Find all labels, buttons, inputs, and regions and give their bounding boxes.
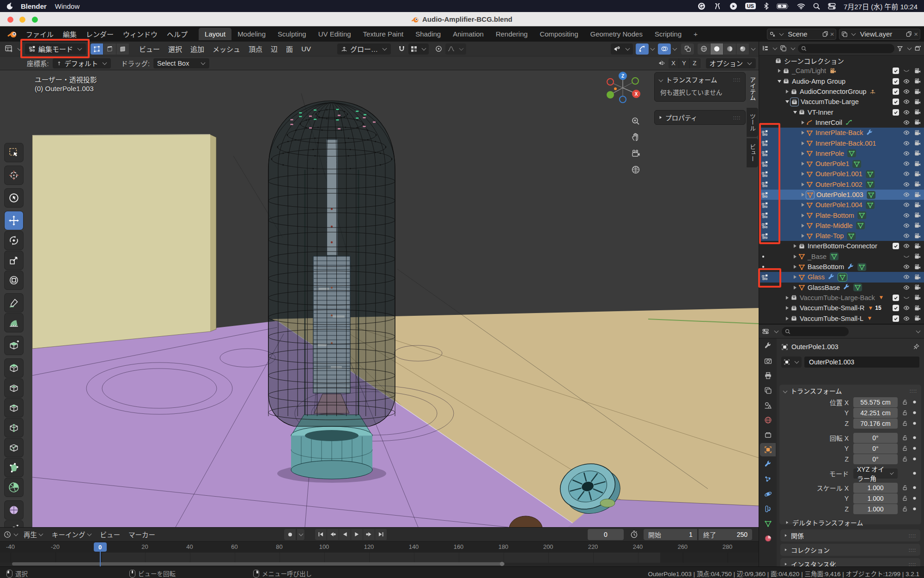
hide-eye-icon[interactable] [903, 202, 910, 208]
n-panel-tab-ビュー[interactable]: ビュー [747, 138, 758, 167]
editor-type-button[interactable] [3, 43, 16, 55]
outliner-row-VaccumTube-Small-L[interactable]: VaccumTube-Small-L [759, 313, 924, 323]
timeline-menu-0[interactable]: 再生 [19, 529, 48, 539]
face-select-button[interactable] [116, 43, 129, 55]
timeline-menu-1[interactable]: キーイング [48, 529, 96, 539]
hide-eye-icon[interactable] [903, 191, 910, 198]
tool-select-box[interactable] [5, 143, 23, 162]
workspace-tab-geometry-nodes[interactable]: Geometry Nodes [584, 28, 649, 40]
input-source-indicator[interactable]: US [745, 3, 756, 9]
transform-value-field[interactable]: 55.575 cm [853, 397, 898, 407]
hide-eye-icon[interactable] [903, 181, 910, 188]
hide-eye-icon[interactable] [903, 109, 910, 116]
play-button[interactable] [351, 529, 363, 540]
viewport-menu-6[interactable]: 面 [282, 44, 297, 54]
animate-dot[interactable] [912, 421, 917, 425]
workspace-tab-shading[interactable]: Shading [409, 28, 447, 40]
n-panel-tab-アイテム[interactable]: アイテム [747, 71, 758, 106]
timeline-track[interactable] [0, 553, 759, 563]
disable-render-camera-icon[interactable] [914, 88, 921, 95]
workspace-tab-sculpting[interactable]: Sculpting [272, 28, 312, 40]
disable-render-camera-icon[interactable] [914, 243, 921, 250]
disable-render-camera-icon[interactable] [914, 171, 921, 178]
expand-arrow[interactable] [784, 100, 790, 103]
auto-key-button[interactable] [284, 529, 296, 540]
options-dropdown[interactable]: オプション [706, 58, 756, 68]
hidden-eye-icon[interactable] [903, 295, 910, 301]
hide-eye-icon[interactable] [903, 284, 910, 291]
tool-scale[interactable] [5, 251, 23, 270]
object-name-field[interactable]: OuterPole1.003 [804, 357, 919, 368]
copy-scene-icon[interactable] [822, 31, 828, 37]
outliner-editor-icon[interactable] [762, 45, 769, 52]
outliner-row-VaccumTube-Large[interactable]: VaccumTube-Large [759, 97, 924, 107]
expand-arrow[interactable] [784, 317, 790, 320]
timeline-scrollbar[interactable] [12, 562, 505, 566]
viewport-menu-1[interactable]: 選択 [164, 44, 186, 54]
timeline-ruler[interactable]: -40-200204060801001201401601802002202402… [0, 541, 759, 553]
tool-cursor[interactable] [5, 166, 23, 184]
hide-eye-icon[interactable] [903, 243, 910, 249]
expand-arrow[interactable] [800, 131, 806, 135]
snap-toggle-button[interactable] [395, 43, 408, 55]
tool-inset-faces[interactable] [5, 379, 23, 397]
blender-logo-icon[interactable] [7, 31, 18, 38]
disable-render-camera-icon[interactable] [914, 264, 921, 271]
lock-icon[interactable] [900, 435, 910, 441]
play-reverse-button[interactable] [339, 529, 351, 540]
disable-render-camera-icon[interactable] [914, 305, 921, 312]
expand-arrow[interactable] [800, 193, 806, 197]
outliner-row-OuterPole1.002[interactable]: OuterPole1.002 [759, 179, 924, 190]
panel-コレクション[interactable]: コレクション:::: [780, 544, 920, 556]
outliner-row-OuterPole1.001[interactable]: OuterPole1.001 [759, 169, 924, 179]
properties-tab-scene[interactable] [760, 399, 776, 412]
outliner-row-GlassBase[interactable]: GlassBase [759, 283, 924, 293]
disable-render-camera-icon[interactable] [914, 150, 921, 157]
topbar-menu-0[interactable]: ファイル [21, 27, 58, 41]
workspace-tab-modeling[interactable]: Modeling [231, 28, 272, 40]
lock-icon[interactable] [900, 445, 910, 452]
viewport-menu-2[interactable]: 追加 [186, 44, 208, 54]
disable-render-camera-icon[interactable] [914, 294, 921, 301]
workspace-tab-compositing[interactable]: Compositing [534, 28, 584, 40]
visibility-checkbox[interactable] [893, 295, 899, 301]
tool-add-cube[interactable] [5, 336, 23, 355]
expand-arrow[interactable] [800, 203, 806, 207]
topbar-menu-2[interactable]: レンダー [81, 27, 118, 41]
outliner-row-シーンコレクション[interactable]: シーンコレクション [759, 55, 924, 66]
expand-arrow[interactable] [800, 172, 806, 176]
hide-eye-icon[interactable] [903, 140, 910, 147]
tool-annotate[interactable] [5, 294, 23, 312]
workspace-tab-rendering[interactable]: Rendering [490, 28, 534, 40]
visibility-checkbox[interactable] [893, 109, 899, 116]
viewport-menu-7[interactable]: UV [297, 45, 315, 53]
disable-render-camera-icon[interactable] [914, 78, 921, 85]
outliner-row-Plate-Middle[interactable]: Plate-Middle [759, 221, 924, 231]
disable-render-camera-icon[interactable] [914, 181, 921, 188]
expand-arrow[interactable] [800, 162, 806, 166]
hide-eye-icon[interactable] [903, 160, 910, 167]
new-collection-icon[interactable] [914, 45, 921, 52]
hide-eye-icon[interactable] [903, 305, 910, 311]
expand-arrow[interactable] [800, 234, 806, 238]
outliner-row-AudioConnectorGroup[interactable]: AudioConnectorGroup [759, 86, 924, 97]
outliner-row-Plate-Top[interactable]: Plate-Top [759, 231, 924, 241]
pan-view-icon[interactable] [629, 131, 642, 144]
copy-viewlayer-icon[interactable] [906, 31, 912, 37]
expand-delta-chevron[interactable] [786, 521, 789, 524]
transform-value-field[interactable]: 70.176 cm [853, 418, 898, 429]
navigation-gizmo[interactable]: Z X [602, 70, 644, 108]
panel-インスタンス化[interactable]: インスタンス化:::: [780, 558, 920, 566]
properties-tab-world[interactable] [760, 413, 776, 427]
visibility-checkbox[interactable] [893, 98, 899, 105]
expand-arrow[interactable] [776, 69, 783, 73]
control-center-icon[interactable] [828, 2, 836, 10]
tool-edge-slide[interactable] [5, 521, 23, 527]
visibility-checkbox[interactable] [893, 88, 899, 95]
tool-spin[interactable] [5, 478, 23, 497]
jump-to-end-button[interactable] [375, 529, 387, 540]
transform-value-field[interactable]: XYZ オイラー角 [853, 468, 898, 479]
edge-select-button[interactable] [103, 43, 116, 55]
playhead-line[interactable] [100, 552, 101, 567]
hide-eye-icon[interactable] [903, 212, 910, 219]
